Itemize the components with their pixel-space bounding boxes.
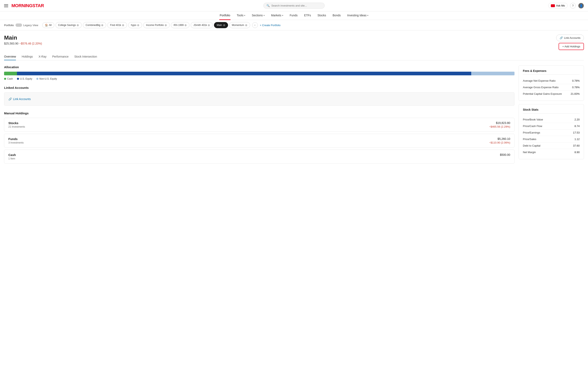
stats-row-0: Price/Book Value 2.20 xyxy=(523,116,580,123)
portfolio-tabs: 🏠 All College Savings ⊕ CombinedBig ⊕ Fr… xyxy=(42,22,258,28)
stock-stats-card: Stock Stats Price/Book Value 2.20 Price/… xyxy=(518,104,584,159)
nav-bonds[interactable]: Bonds xyxy=(332,12,341,20)
tab-college-savings[interactable]: College Savings ⊕ xyxy=(56,22,82,28)
sub-tab-overview[interactable]: Overview xyxy=(4,53,16,60)
fees-label-2: Potential Capital Gains Exposure xyxy=(523,92,562,95)
legacy-label: Legacy View xyxy=(23,24,38,27)
holding-cash-value: $500.00 xyxy=(500,153,510,156)
stats-label-3: Price/Sales xyxy=(523,138,536,141)
tab-main[interactable]: Main ⊕ xyxy=(214,22,228,28)
stats-value-5: 8.90 xyxy=(574,151,580,154)
fees-row-2: Potential Capital Gains Exposure 21.83% xyxy=(523,91,580,97)
tabs-next-arrow[interactable]: › xyxy=(252,22,258,28)
nav-tools[interactable]: Tools ▾ xyxy=(236,12,246,20)
linked-accounts-title: Linked Accounts xyxy=(4,86,514,90)
search-input[interactable] xyxy=(271,4,320,7)
holding-funds-right: $5,260.10 −$110.90 (2.06%) xyxy=(489,137,510,144)
portfolio-title-block: Main $25,583.90 −$576.46 (2.20%) xyxy=(4,34,42,45)
stats-row-1: Price/Cash Flow 8.74 xyxy=(523,123,580,130)
portfolio-value: $25,583.90 −$576.46 (2.20%) xyxy=(4,42,42,45)
stats-label-1: Price/Cash Flow xyxy=(523,124,542,128)
tab-ira-1999[interactable]: IRA 1999 ⊕ xyxy=(171,22,190,28)
user-icon[interactable]: 👤 xyxy=(578,3,584,8)
sub-tab-xray[interactable]: X-Ray xyxy=(38,53,46,60)
ask-mo-button[interactable]: Ask Mo xyxy=(548,3,568,8)
nav-funds[interactable]: Funds xyxy=(289,12,298,20)
toggle-switch[interactable] xyxy=(16,24,22,27)
sub-tab-stock-intersection[interactable]: Stock Intersection xyxy=(74,53,97,60)
holding-stocks-left: Stocks 21 Investments xyxy=(8,121,25,128)
nav-portfolio[interactable]: Portfolio xyxy=(219,12,230,20)
ask-mo-icon xyxy=(551,4,555,7)
fees-value-2: 21.83% xyxy=(571,92,580,95)
nav-sections[interactable]: Sections ▾ xyxy=(251,12,265,20)
top-right-actions: Ask Mo ? 👤 xyxy=(548,3,584,8)
stats-row-5: Net Margin 8.90 xyxy=(523,149,580,155)
portfolio-bar: Portfolio Legacy View 🏠 All College Savi… xyxy=(0,20,588,30)
tab-dot-icon: ⊕ xyxy=(245,24,248,27)
stats-value-1: 8.74 xyxy=(574,124,580,128)
sub-tabs: Overview Holdings X-Ray Performance Stoc… xyxy=(4,53,584,60)
home-icon: 🏠 xyxy=(45,24,48,26)
help-icon[interactable]: ? xyxy=(570,3,576,8)
allocation-section: Allocation Cash U.S. Equity xyxy=(4,65,514,80)
allocation-legend: Cash U.S. Equity Non-U.S. Equity xyxy=(4,78,514,80)
portfolio-change: −$576.46 (2.20%) xyxy=(19,42,42,45)
us-equity-dot xyxy=(17,78,19,80)
nav-stocks[interactable]: Stocks xyxy=(317,12,326,20)
ask-mo-label: Ask Mo xyxy=(556,4,565,7)
link-icon: 🔗 xyxy=(560,36,563,40)
nonus-equity-dot xyxy=(36,78,38,80)
tab-hypo[interactable]: hypo ⊕ xyxy=(128,22,142,28)
tab-dot-icon: ⊕ xyxy=(223,24,226,27)
top-bar: MORNINGSTAR 🔍 Ask Mo ? 👤 xyxy=(0,0,588,12)
content-grid: Allocation Cash U.S. Equity xyxy=(4,60,584,166)
add-holdings-button[interactable]: + Add Holdings xyxy=(558,43,584,50)
tab-fred-401k[interactable]: Fred 401k ⊕ xyxy=(108,22,127,28)
legend-nonus-equity: Non-U.S. Equity xyxy=(36,78,57,80)
create-portfolio-link[interactable]: + Create Portfolio xyxy=(260,24,281,27)
chevron-down-icon: ▾ xyxy=(367,14,368,16)
cash-dot xyxy=(4,78,6,80)
search-icon: 🔍 xyxy=(266,4,270,7)
stats-value-3: 1.12 xyxy=(574,138,580,141)
tab-combined-big[interactable]: CombinedBig ⊕ xyxy=(83,22,106,28)
fees-label-0: Average Net Expense Ratio xyxy=(523,79,556,82)
holding-cash-left: Cash 1 Item xyxy=(8,153,16,160)
stock-stats-title: Stock Stats xyxy=(523,108,580,114)
link-accounts-inner[interactable]: 🔗 Link Accounts xyxy=(8,98,30,101)
nav-markets[interactable]: Markets ▾ xyxy=(271,12,284,20)
tab-dot-icon: ⊕ xyxy=(76,24,79,27)
holding-stocks-value: $19,823.80 xyxy=(489,121,510,124)
header-actions: 🔗 Link Accounts + Add Holdings xyxy=(556,34,584,50)
stats-label-0: Price/Book Value xyxy=(523,118,543,121)
left-column: Allocation Cash U.S. Equity xyxy=(4,65,514,166)
stats-value-4: 37.60 xyxy=(573,144,580,147)
nav-etfs[interactable]: ETFs xyxy=(304,12,311,20)
sub-tab-holdings[interactable]: Holdings xyxy=(22,53,33,60)
portfolio-title: Main xyxy=(4,34,42,41)
holdings-card-funds[interactable]: Funds 3 Investments $5,260.10 −$110.90 (… xyxy=(4,134,514,148)
tab-jsmith-401k[interactable]: JSmith 401k ⊕ xyxy=(191,22,213,28)
allocation-us-bar xyxy=(17,72,471,75)
holdings-card-cash[interactable]: Cash 1 Item $500.00 xyxy=(4,150,514,164)
chevron-down-icon: ▾ xyxy=(282,14,283,16)
fees-row-1: Average Gross Expense Ratio 0.78% xyxy=(523,84,580,91)
tab-income-portfolio[interactable]: Income Portfolio ⊕ xyxy=(143,22,170,28)
tab-momentum[interactable]: Momentum ⊕ xyxy=(229,22,250,28)
holding-cash-right: $500.00 xyxy=(500,153,510,157)
holding-funds-change: −$110.90 (2.06%) xyxy=(489,141,510,144)
tab-dot-icon: ⊕ xyxy=(184,24,187,27)
link-icon: 🔗 xyxy=(8,98,12,101)
allocation-bar xyxy=(4,72,514,75)
holding-stocks-change: −$465.56 (2.29%) xyxy=(489,125,510,128)
tab-dot-icon: ⊕ xyxy=(208,24,210,27)
nav-investing-ideas[interactable]: Investing Ideas ▾ xyxy=(347,12,369,20)
hamburger-menu[interactable] xyxy=(4,4,8,8)
holdings-card-stocks[interactable]: Stocks 21 Investments $19,823.80 −$465.5… xyxy=(4,118,514,132)
fees-row-0: Average Net Expense Ratio 0.78% xyxy=(523,78,580,84)
link-accounts-button[interactable]: 🔗 Link Accounts xyxy=(556,34,584,41)
tab-all[interactable]: 🏠 All xyxy=(42,22,54,28)
legacy-view-toggle[interactable]: Legacy View xyxy=(16,24,38,27)
sub-tab-performance[interactable]: Performance xyxy=(52,53,68,60)
